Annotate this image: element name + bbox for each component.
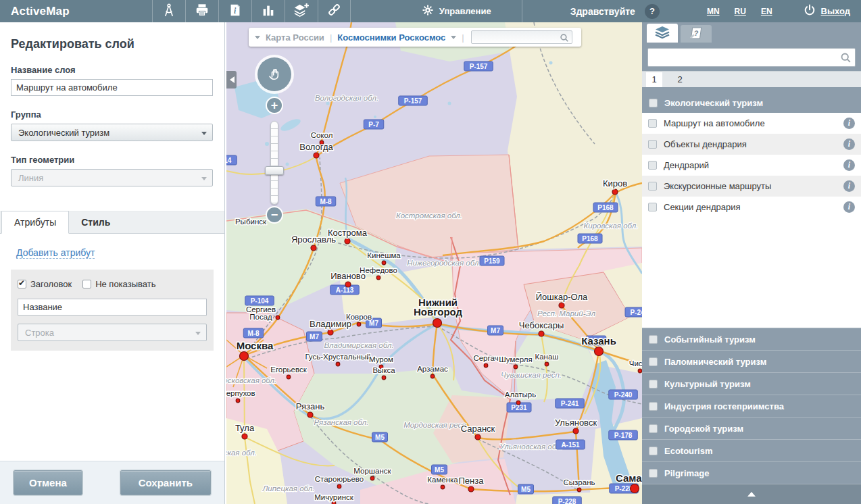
zoom-slider-track[interactable]	[270, 121, 278, 205]
map-layer-bar: Карта России | Космоснимки Роскосмос |	[249, 28, 581, 47]
group-checkbox[interactable]	[649, 424, 658, 433]
lang-en-link[interactable]: EN	[761, 7, 772, 16]
city-dot	[345, 282, 351, 287]
group-checkbox[interactable]	[649, 469, 658, 478]
city-label: Рыбинск	[235, 218, 267, 226]
city-dot	[559, 303, 564, 308]
info-icon[interactable]: i	[843, 118, 855, 129]
group-header-collapsed[interactable]: Ecotourism	[642, 439, 861, 461]
power-icon	[803, 3, 816, 19]
group-header-collapsed[interactable]: Паломнический туризм	[642, 350, 861, 372]
add-attribute-link[interactable]: Добавить атрибут	[16, 247, 95, 259]
city-label: Алатырь	[505, 390, 536, 399]
info-icon[interactable]: i	[843, 138, 855, 150]
layer-row[interactable]: Объекты дендрария i	[642, 134, 861, 155]
group-checkbox[interactable]	[649, 335, 658, 344]
info-icon[interactable]: i	[843, 180, 855, 192]
zoom-out-button[interactable]: −	[266, 206, 283, 224]
city-dot	[475, 434, 481, 440]
tab-attributes[interactable]: Атрибуты	[1, 211, 69, 234]
layers-panel: ? 1 2 Экологический туризм Маршрут на ав…	[642, 22, 861, 504]
city-label: Иваново	[330, 271, 366, 281]
layer-row[interactable]: Секции дендрария i	[642, 197, 861, 218]
pan-down-arrow-icon[interactable]	[272, 84, 277, 89]
chevron-down-icon[interactable]	[451, 36, 456, 42]
page-2-button[interactable]: 2	[672, 72, 688, 87]
permalink-button[interactable]	[318, 0, 351, 22]
layer-row[interactable]: Маршрут на автомобиле i	[642, 113, 861, 134]
chevron-down-icon[interactable]	[255, 36, 260, 42]
road-badge: Р-157	[399, 96, 428, 105]
region-label: Нижегородская обл.	[407, 259, 481, 267]
pan-up-arrow-icon[interactable]	[272, 59, 277, 65]
group-header-eco-tourism[interactable]: Экологический туризм	[642, 93, 861, 113]
save-button[interactable]: Сохранить	[120, 470, 211, 495]
lang-mn-link[interactable]: MN	[707, 7, 720, 16]
info-icon[interactable]: i	[843, 159, 855, 171]
group-checkbox[interactable]	[649, 357, 658, 366]
layer-checkbox[interactable]	[648, 182, 657, 191]
group-header-collapsed[interactable]: Городской туризм	[642, 417, 861, 439]
svg-text:Р159: Р159	[484, 257, 500, 265]
measure-tool-button[interactable]	[152, 0, 185, 22]
region-label: Тульская обл.	[226, 449, 257, 457]
help-button[interactable]: ?	[645, 4, 660, 19]
overlay-layer-select[interactable]: Космоснимки Роскосмос	[337, 32, 445, 43]
cancel-button[interactable]: Отмена	[14, 470, 82, 495]
layer-checkbox[interactable]	[648, 161, 657, 170]
layer-checkbox[interactable]	[648, 119, 657, 128]
group-header-collapsed[interactable]: Событийный туризм	[642, 328, 861, 350]
logout-button[interactable]: Выход	[803, 3, 850, 19]
chevron-down-icon	[195, 332, 201, 338]
map-search-input[interactable]	[472, 31, 572, 43]
tab-style[interactable]: Стиль	[69, 211, 122, 233]
map-canvas[interactable]: Вологодская обл.Костромская обл.Кировска…	[226, 22, 642, 504]
management-button[interactable]: Управление	[422, 4, 491, 18]
group-header-collapsed[interactable]: Культурный туризм	[642, 372, 861, 395]
city-label: Шумерля	[499, 355, 532, 363]
info-icon[interactable]: i	[843, 201, 855, 213]
pan-left-arrow-icon[interactable]	[260, 72, 265, 77]
reference-button[interactable]: i	[218, 0, 251, 22]
layer-row[interactable]: Дендрарий i	[642, 155, 861, 176]
collapse-panel-button[interactable]	[226, 71, 237, 89]
group-checkbox[interactable]	[649, 380, 658, 388]
city-label: Чебоксары	[519, 320, 564, 330]
print-button[interactable]	[185, 0, 218, 22]
pan-control[interactable]	[255, 55, 294, 94]
header-checkbox[interactable]	[18, 280, 26, 288]
pan-right-arrow-icon[interactable]	[284, 72, 289, 77]
page-1-button[interactable]: 1	[646, 72, 662, 87]
group-checkbox[interactable]	[649, 99, 658, 107]
chevron-up-icon	[747, 488, 756, 497]
base-layer-select[interactable]: Карта России	[266, 32, 324, 43]
panel-collapse-button[interactable]	[642, 484, 861, 504]
city-dot	[441, 485, 445, 489]
layer-checkbox[interactable]	[648, 203, 657, 211]
attribute-name-input[interactable]	[18, 299, 207, 316]
group-select[interactable]: Экологический туризм	[11, 124, 213, 141]
tab-layers[interactable]	[647, 24, 678, 43]
tab-legend[interactable]: ?	[681, 25, 712, 43]
city-label: Сокол	[311, 131, 333, 139]
search-icon[interactable]	[840, 52, 852, 64]
city-label: Егорьевск	[270, 366, 308, 374]
zoom-slider-handle[interactable]	[265, 166, 284, 175]
city-label: Ульяновск	[555, 418, 597, 428]
group-checkbox[interactable]	[649, 402, 658, 411]
statistics-button[interactable]	[251, 0, 285, 22]
zoom-in-button[interactable]: +	[266, 97, 283, 114]
layer-checkbox[interactable]	[648, 140, 657, 149]
layers-search-input[interactable]	[648, 49, 855, 66]
layers-search-box	[647, 48, 856, 67]
group-checkbox[interactable]	[649, 447, 658, 455]
search-icon[interactable]	[560, 33, 569, 43]
group-header-collapsed[interactable]: Индустрия гостеприимства	[642, 395, 861, 417]
lang-ru-link[interactable]: RU	[735, 7, 746, 16]
add-layer-button[interactable]	[285, 0, 318, 22]
group-header-collapsed[interactable]: Pilgrimage	[642, 461, 861, 484]
svg-text:М5: М5	[375, 434, 385, 441]
layer-row[interactable]: Экскурсионные маршруты i	[642, 176, 861, 197]
hide-checkbox[interactable]	[82, 280, 91, 288]
layer-name-input[interactable]	[11, 79, 213, 96]
